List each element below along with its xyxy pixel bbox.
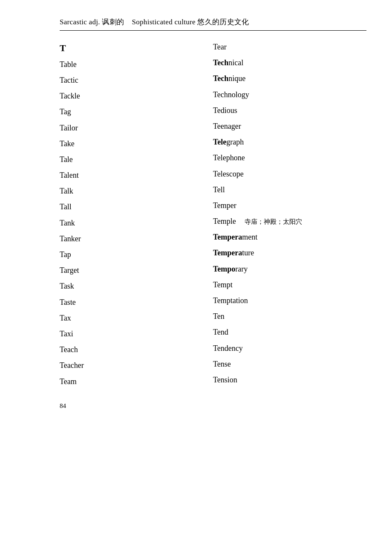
right-word-item: Technique [213, 71, 366, 87]
right-word-item: Temperature [213, 245, 366, 261]
left-word-item: Tax [60, 310, 213, 326]
left-word-item: Taste [60, 295, 213, 310]
left-word-item: Tall [60, 199, 213, 215]
right-word-item: Ten [213, 309, 366, 324]
left-word-item: Tag [60, 104, 213, 120]
right-word-item: Temporary [213, 261, 366, 277]
left-word-item: Tap [60, 247, 213, 263]
right-word-item: Temper [213, 198, 366, 214]
left-word-item: Tale [60, 152, 213, 168]
right-word-item: Telephone [213, 150, 366, 166]
left-word-item: Talk [60, 183, 213, 199]
right-word-item: Technology [213, 87, 366, 103]
right-word-item: Tension [213, 372, 366, 388]
right-word-item: Telegraph [213, 134, 366, 150]
header-line: Sarcastic adj. 讽刺的 Sophisticated culture… [60, 17, 366, 31]
right-word-item: Tense [213, 356, 366, 372]
left-word-item: Teacher [60, 358, 213, 373]
left-word-item: Task [60, 278, 213, 294]
temple-note: 寺庙；神殿；太阳穴 [245, 218, 302, 225]
header-text: Sarcastic adj. 讽刺的 Sophisticated culture… [60, 18, 249, 26]
right-word-item: Tear [213, 39, 366, 55]
left-word-item: Tackle [60, 88, 213, 104]
right-word-item: Tempt [213, 277, 366, 293]
left-word-item: Take [60, 136, 213, 152]
left-word-item: Table [60, 57, 213, 72]
left-word-item: Tactic [60, 72, 213, 88]
right-word-item: Temperament [213, 229, 366, 245]
right-word-item: Temple寺庙；神殿；太阳穴 [213, 214, 366, 229]
right-word-item: Telescope [213, 166, 366, 182]
right-word-item: Technical [213, 55, 366, 71]
left-word-item: Tank [60, 215, 213, 231]
right-column: TearTechnicalTechniqueTechnologyTediousT… [213, 39, 366, 390]
right-word-item: Tend [213, 324, 366, 340]
left-word-item: Tailor [60, 120, 213, 136]
left-word-item: Teach [60, 342, 213, 358]
right-word-item: Temptation [213, 293, 366, 309]
right-word-item: Tendency [213, 341, 366, 356]
left-word-item: Target [60, 263, 213, 278]
right-word-item: Teenager [213, 119, 366, 134]
left-word-item: Talent [60, 168, 213, 183]
page-number: 84 [60, 402, 66, 409]
left-word-item: T [60, 39, 213, 57]
left-word-item: Taxi [60, 326, 213, 342]
right-word-item: Tedious [213, 103, 366, 119]
left-column: TTableTacticTackleTagTailorTakeTaleTalen… [60, 39, 213, 390]
left-word-item: Tanker [60, 231, 213, 247]
left-word-item: Team [60, 374, 213, 390]
footer: 84 [60, 402, 366, 410]
right-word-item: Tell [213, 182, 366, 198]
